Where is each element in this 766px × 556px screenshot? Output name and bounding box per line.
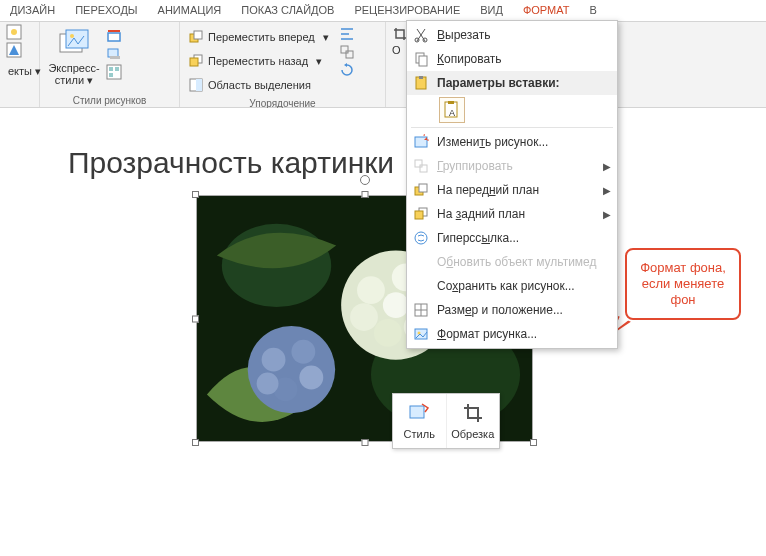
mini-crop-icon [462,402,484,426]
send-backward-icon [188,53,204,69]
svg-point-40 [423,38,427,42]
mini-toolbar: Стиль Обрезка [392,393,500,449]
resize-handle-l[interactable] [192,315,199,322]
svg-point-33 [262,348,286,372]
resize-handle-br[interactable] [530,439,537,446]
group-icon [411,156,431,176]
slide-canvas[interactable]: Прозрачность картинки [0,108,766,556]
express-styles-button[interactable]: Экспресс- стили ▾ [46,24,102,86]
svg-point-35 [299,366,323,390]
svg-point-34 [291,340,315,364]
ctx-send-back[interactable]: На задний план▶ [407,202,617,226]
mini-style-label: Стиль [404,428,435,440]
svg-rect-44 [419,76,423,79]
mini-style-icon [408,402,430,426]
ctx-format-picture[interactable]: Формат рисунка... [407,322,617,346]
mini-crop-label: Обрезка [451,428,494,440]
cut-icon [411,25,431,45]
svg-rect-7 [108,49,118,57]
bring-forward-label: Переместить вперед [208,31,315,43]
svg-text:A: A [449,108,455,118]
svg-rect-11 [115,67,119,71]
picture-border-icon[interactable] [106,28,122,44]
svg-point-37 [257,373,279,395]
rotate-icon[interactable] [339,62,355,78]
paste-icon [411,73,431,93]
effects-dropdown-fragment[interactable]: екты ▾ [6,60,43,82]
mini-crop-button[interactable]: Обрезка [446,394,500,448]
svg-rect-49 [415,160,422,167]
color-icon[interactable] [6,42,22,58]
ctx-copy[interactable]: Копировать [407,47,617,71]
tab-insert-fragment[interactable]: В [579,0,606,21]
svg-point-30 [350,303,378,331]
selection-pane-button[interactable]: Область выделения [186,74,331,96]
ctx-update-media: Обновить объект мультимед [407,250,617,274]
svg-rect-6 [108,33,120,41]
tab-slideshow[interactable]: ПОКАЗ СЛАЙДОВ [231,0,344,21]
express-styles-label: Экспресс- стили ▾ [48,62,99,86]
ribbon-tabs: ДИЗАЙН ПЕРЕХОДЫ АНИМАЦИЯ ПОКАЗ СЛАЙДОВ Р… [0,0,766,22]
corrections-icon[interactable] [6,24,22,40]
paste-option-keep-text[interactable]: A [439,97,465,123]
svg-rect-48 [415,137,427,147]
svg-rect-10 [109,67,113,71]
picture-layout-icon[interactable] [106,64,122,80]
ctx-save-as-picture[interactable]: Сохранить как рисунок... [407,274,617,298]
rotation-handle[interactable] [360,175,370,185]
ribbon: екты ▾ Экспресс- стили ▾ [0,22,766,108]
hyperlink-icon [411,228,431,248]
bring-forward-icon [188,29,204,45]
bring-front-icon [411,180,431,200]
tab-review[interactable]: РЕЦЕНЗИРОВАНИЕ [344,0,470,21]
svg-point-1 [11,29,17,35]
selection-pane-icon [188,77,204,93]
mini-style-button[interactable]: Стиль [393,394,446,448]
express-styles-icon [58,28,90,60]
picture-effects-icon[interactable] [106,46,122,62]
svg-point-29 [374,319,402,347]
tab-transitions[interactable]: ПЕРЕХОДЫ [65,0,147,21]
send-back-icon [411,204,431,224]
resize-handle-b[interactable] [361,439,368,446]
ribbon-group-size-fragment: О [386,22,404,107]
tab-animation[interactable]: АНИМАЦИЯ [148,0,232,21]
resize-handle-t[interactable] [361,191,368,198]
tab-design[interactable]: ДИЗАЙН [0,0,65,21]
svg-rect-14 [194,31,202,39]
annotation-callout: Формат фона, если меняете фон [625,248,741,320]
ctx-change-picture[interactable]: Изменить рисунок... [407,130,617,154]
tab-format[interactable]: ФОРМАТ [513,0,580,21]
ctx-bring-front[interactable]: На передний план▶ [407,178,617,202]
svg-point-31 [383,292,409,318]
annotation-callout-text: Формат фона, если меняете фон [640,260,726,308]
svg-rect-46 [448,101,454,104]
ribbon-group-arrange: Переместить вперед▾ Переместить назад▾ О… [180,22,386,107]
group-objects-icon[interactable] [339,44,355,60]
ctx-paste-options-header: Параметры вставки: [407,71,617,95]
slide-title[interactable]: Прозрачность картинки [68,146,394,180]
selection-pane-label: Область выделения [208,79,311,91]
svg-rect-52 [419,184,427,192]
ctx-paste-options-row: A [407,95,617,125]
ctx-cut[interactable]: ВВырезатьырезать [407,23,617,47]
resize-handle-tl[interactable] [192,191,199,198]
format-picture-icon [411,324,431,344]
svg-point-25 [357,276,385,304]
ctx-size-position[interactable]: Размер и положение... [407,298,617,322]
svg-rect-20 [346,51,353,58]
ribbon-group-partial-left: екты ▾ [0,22,40,107]
change-picture-icon [411,132,431,152]
ctx-hyperlink[interactable]: Гиперссылка... [407,226,617,250]
svg-point-32 [248,326,335,413]
svg-rect-12 [109,73,113,77]
bring-forward-button[interactable]: Переместить вперед▾ [186,26,331,48]
send-backward-button[interactable]: Переместить назад▾ [186,50,331,72]
tab-view[interactable]: ВИД [470,0,513,21]
align-icon[interactable] [339,26,355,42]
resize-handle-bl[interactable] [192,439,199,446]
ctx-group: Группировать▶ [407,154,617,178]
svg-rect-38 [410,406,424,418]
svg-rect-18 [196,79,202,91]
size-position-icon [411,300,431,320]
